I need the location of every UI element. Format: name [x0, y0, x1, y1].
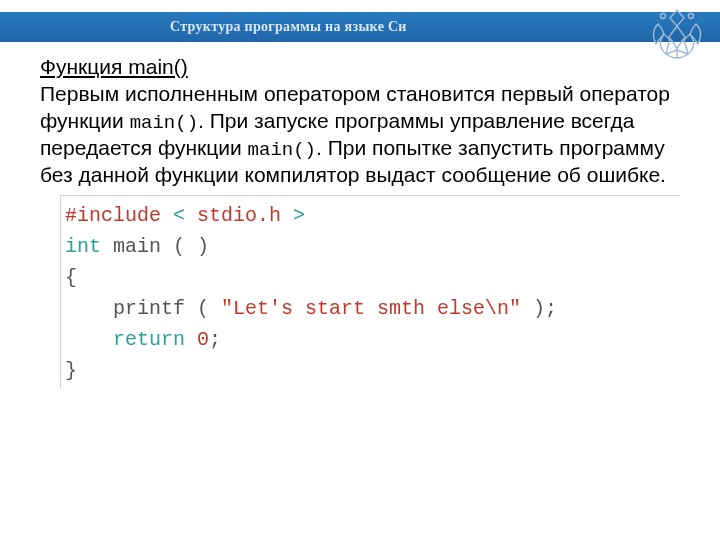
code-token-punct: { [65, 266, 77, 289]
inline-code: main() [130, 112, 198, 134]
code-token-punct: ; [209, 328, 221, 351]
code-token-punct: ( [197, 297, 221, 320]
crest-icon [646, 4, 708, 70]
code-token-keyword: int [65, 235, 101, 258]
code-token-punct: ( ) [173, 235, 209, 258]
svg-point-0 [661, 14, 666, 19]
svg-point-1 [689, 14, 694, 19]
code-block: #include < stdio.h > int main ( ) { prin… [60, 195, 680, 388]
code-token-string: "Let's start smth else\n" [221, 297, 521, 320]
code-token-fn: printf [113, 297, 197, 320]
body-text: Функция main() Первым исполненным операт… [40, 54, 676, 189]
header-bar: Структура программы на языке Си [0, 12, 720, 42]
section-heading: Функция main() [40, 55, 188, 78]
code-token-header: stdio.h [197, 204, 281, 227]
code-token-preproc: #include [65, 204, 161, 227]
code-token-keyword: return [113, 328, 185, 351]
code-indent [65, 297, 113, 320]
code-token-punct: } [65, 359, 77, 382]
code-token-punct: ); [521, 297, 557, 320]
slide-title: Структура программы на языке Си [170, 19, 407, 35]
code-token-space [185, 328, 197, 351]
code-token-fn: main [101, 235, 173, 258]
code-token-angle: > [281, 204, 305, 227]
code-indent [65, 328, 113, 351]
inline-code: main() [248, 139, 316, 161]
code-token-number: 0 [197, 328, 209, 351]
code-token-angle: < [161, 204, 197, 227]
